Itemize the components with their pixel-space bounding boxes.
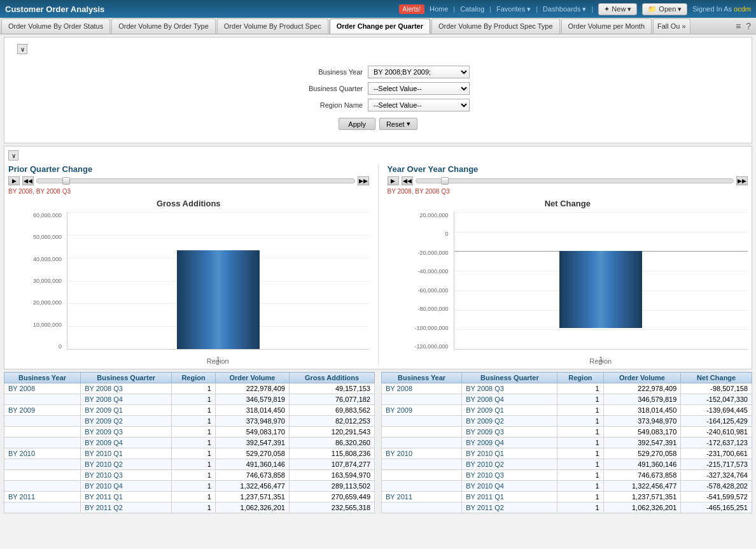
gross-quarter-cell[interactable]: BY 2010 Q1 — [81, 448, 172, 459]
gross-table-row: BY 2008BY 2008 Q31222,978,40949,157,153 — [4, 383, 375, 394]
apply-button[interactable]: Apply — [339, 118, 375, 130]
net-quarter-cell[interactable]: BY 2009 Q3 — [462, 427, 557, 438]
gross-quarter-cell[interactable]: BY 2008 Q4 — [81, 394, 172, 405]
net-quarter-cell[interactable]: BY 2008 Q3 — [462, 383, 557, 394]
tabs-list-icon[interactable]: ≡ — [734, 21, 742, 31]
business-quarter-select[interactable]: --Select Value-- — [368, 82, 470, 95]
gross-additions-cell: 86,320,260 — [289, 438, 374, 448]
gross-year-cell[interactable]: BY 2009 — [4, 405, 81, 416]
gross-year-cell[interactable]: BY 2008 — [4, 383, 81, 394]
catalog-link[interactable]: Catalog — [460, 5, 484, 13]
open-button[interactable]: 📁 Open ▾ — [642, 3, 687, 15]
yoy-forward-btn[interactable]: ▶▶ — [736, 176, 748, 185]
region-name-row: Region Name --Select Value-- — [286, 99, 470, 111]
net-quarter-cell[interactable]: BY 2009 Q1 — [462, 405, 557, 416]
net-grid-1 — [454, 212, 748, 213]
net-region-cell: 1 — [557, 427, 603, 438]
net-quarter-cell[interactable]: BY 2009 Q2 — [462, 416, 557, 427]
reset-button[interactable]: Reset ▾ — [379, 118, 417, 130]
gross-table-row: BY 2009 Q31549,083,170120,291,543 — [4, 427, 375, 438]
pq-rewind-btn[interactable]: ◀◀ — [22, 176, 34, 185]
gross-y-axis: 60,000,000 50,000,000 40,000,000 30,000,… — [15, 212, 64, 350]
net-table-row: BY 2010 Q31746,673,858-327,324,764 — [382, 470, 752, 481]
gross-order-vol-cell: 392,547,391 — [215, 438, 289, 448]
gross-quarter-cell[interactable]: BY 2009 Q3 — [81, 427, 172, 438]
alerts-button[interactable]: Alerts! — [399, 4, 424, 14]
net-quarter-cell[interactable]: BY 2010 Q4 — [462, 481, 557, 492]
yoy-slider-bar: ▶ ◀◀ ▶▶ — [388, 176, 748, 185]
pq-forward-btn[interactable]: ▶▶ — [358, 176, 369, 185]
gross-quarter-cell[interactable]: BY 2008 Q3 — [81, 383, 172, 394]
filter-collapse-icon[interactable]: ∨ — [17, 44, 27, 54]
tab-order-change[interactable]: Order Change per Quarter — [330, 18, 430, 34]
net-order-vol-cell: 549,083,170 — [603, 427, 681, 438]
yoy-play-btn[interactable]: ▶ — [388, 176, 399, 185]
yoy-rewind-btn[interactable]: ◀◀ — [402, 176, 413, 185]
prior-quarter-slider-bar: ▶ ◀◀ ▶▶ — [8, 176, 369, 185]
net-quarter-cell[interactable]: BY 2008 Q4 — [462, 394, 557, 405]
net-table-body: BY 2008BY 2008 Q31222,978,409-98,507,158… — [382, 383, 752, 513]
net-table-panel: Business Year Business Quarter Region Or… — [381, 372, 752, 513]
pq-slider-thumb[interactable] — [62, 177, 70, 185]
net-order-vol-cell: 529,270,058 — [603, 448, 681, 459]
gross-year-cell[interactable]: BY 2011 — [4, 492, 81, 503]
tab-order-status[interactable]: Order Volume By Order Status — [1, 18, 110, 34]
net-year-cell[interactable]: BY 2008 — [382, 383, 462, 394]
net-change-cell: -327,324,764 — [681, 470, 752, 481]
gross-year-cell[interactable]: BY 2010 — [4, 448, 81, 459]
net-region-cell: 1 — [557, 503, 603, 513]
business-year-select[interactable]: BY 2008;BY 2009; — [368, 66, 470, 78]
grid-line-2 — [67, 235, 369, 236]
net-quarter-cell[interactable]: BY 2009 Q4 — [462, 438, 557, 448]
pq-slider-track[interactable] — [36, 178, 355, 183]
net-table-row: BY 2008BY 2008 Q31222,978,409-98,507,158 — [382, 383, 752, 394]
gross-quarter-cell[interactable]: BY 2009 Q4 — [81, 438, 172, 448]
gross-quarter-cell[interactable]: BY 2009 Q1 — [81, 405, 172, 416]
region-name-select[interactable]: --Select Value-- — [368, 99, 470, 111]
net-quarter-cell[interactable]: BY 2010 Q1 — [462, 448, 557, 459]
tab-overflow[interactable]: Fall Ou » — [653, 18, 690, 34]
business-year-label: Business Year — [286, 68, 363, 76]
net-year-cell[interactable]: BY 2011 — [382, 492, 462, 503]
gross-quarter-cell[interactable]: BY 2011 Q2 — [81, 503, 172, 513]
gross-quarter-cell[interactable]: BY 2011 Q1 — [81, 492, 172, 503]
tab-order-month[interactable]: Order Volume per Month — [561, 18, 652, 34]
tab-product-spec[interactable]: Order Volume By Product Spec — [217, 18, 328, 34]
net-quarter-cell[interactable]: BY 2011 Q1 — [462, 492, 557, 503]
net-plot-area: 1 — [454, 212, 748, 350]
yoy-title: Year Over Year Change — [388, 164, 748, 174]
net-quarter-cell[interactable]: BY 2010 Q3 — [462, 470, 557, 481]
net-order-vol-cell: 746,673,858 — [603, 470, 681, 481]
tabs-bar: Order Volume By Order Status Order Volum… — [0, 18, 756, 34]
net-year-cell[interactable]: BY 2009 — [382, 405, 462, 416]
net-change-cell: -139,694,445 — [681, 405, 752, 416]
gross-region-cell: 1 — [172, 503, 216, 513]
yoy-slider-thumb[interactable] — [441, 177, 449, 185]
tabs-help-icon[interactable]: ? — [745, 21, 752, 31]
top-header: Customer Order Analysis Alerts! Home | C… — [0, 0, 756, 18]
charts-collapse-icon[interactable]: ∨ — [8, 150, 18, 160]
net-quarter-cell[interactable]: BY 2010 Q2 — [462, 459, 557, 470]
gross-quarter-cell[interactable]: BY 2010 Q4 — [81, 481, 172, 492]
net-year-cell[interactable]: BY 2010 — [382, 448, 462, 459]
gross-region-cell: 1 — [172, 481, 216, 492]
yoy-slider-track[interactable] — [416, 178, 734, 183]
tab-product-spec-type[interactable]: Order Volume By Product Spec Type — [431, 18, 560, 34]
new-button[interactable]: ✦ New ▾ — [598, 3, 637, 15]
gross-additions-cell: 69,883,562 — [289, 405, 374, 416]
gross-quarter-cell[interactable]: BY 2010 Q2 — [81, 459, 172, 470]
gross-table-row: BY 2008 Q41346,579,81976,077,182 — [4, 394, 375, 405]
net-year-cell — [382, 438, 462, 448]
dashboards-link[interactable]: Dashboards ▾ — [543, 5, 586, 13]
pq-play-btn[interactable]: ▶ — [8, 176, 20, 185]
gross-quarter-cell[interactable]: BY 2009 Q2 — [81, 416, 172, 427]
favorites-link[interactable]: Favorites ▾ — [496, 5, 531, 13]
net-change-cell: -98,507,158 — [681, 383, 752, 394]
home-link[interactable]: Home — [430, 5, 448, 13]
th-business-year-net: Business Year — [382, 373, 462, 383]
gross-year-cell — [4, 427, 81, 438]
net-change-cell: -240,610,981 — [681, 427, 752, 438]
net-quarter-cell[interactable]: BY 2011 Q2 — [462, 503, 557, 513]
tab-order-type[interactable]: Order Volume By Order Type — [111, 18, 216, 34]
gross-quarter-cell[interactable]: BY 2010 Q3 — [81, 470, 172, 481]
